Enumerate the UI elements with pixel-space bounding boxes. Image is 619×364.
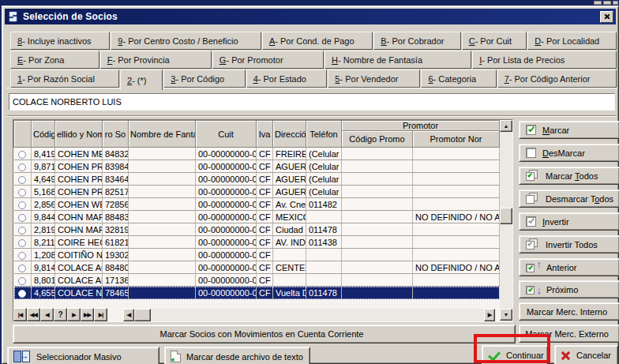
tab-r1-3[interactable]: A - Por Cond. de Pago <box>262 32 373 50</box>
scroll-left-icon[interactable]: ◀ <box>123 309 134 321</box>
horizontal-scroll-track[interactable] <box>151 309 484 321</box>
column-header-nro[interactable]: ro So <box>103 121 129 148</box>
table-row[interactable]: 8,801COLACE AN1713600-00000000-0CF <box>14 274 500 287</box>
table-row[interactable]: 1,208COITIÑO NI1930200-00000000-0CF <box>14 249 500 261</box>
desmarcar-todos-button[interactable]: Desmarcar Todos <box>519 190 619 208</box>
marcar-merc-interno-button[interactable]: Marcar Merc. Interno <box>519 302 619 321</box>
vertical-scroll-thumb[interactable] <box>500 208 512 224</box>
tab-r1-6[interactable]: D - Por Localidad <box>527 32 617 50</box>
grey-check-icon <box>526 216 536 227</box>
row-select-radio[interactable] <box>18 252 26 260</box>
grey-check-stack-icon <box>526 238 539 250</box>
row-select-radio[interactable] <box>18 176 26 184</box>
table-row[interactable]: 8,211COIRE HEC6182100-00000000-0CFAV. IN… <box>14 236 500 249</box>
anterior-button[interactable]: ↑Anterior <box>519 258 619 276</box>
column-header-iva[interactable]: Iva <box>257 121 273 148</box>
scroll-right-icon[interactable]: ▶ <box>484 309 495 321</box>
close-icon <box>604 13 610 20</box>
marcar-button[interactable]: Marcar <box>519 121 619 139</box>
column-header-fan[interactable]: Nombre de Fantas <box>129 121 196 148</box>
marcar-todos-button[interactable]: Marcar Todos <box>519 167 619 185</box>
cancelar-button[interactable]: Cancelar <box>554 345 618 364</box>
row-select-radio[interactable] <box>18 201 26 209</box>
column-header-cuit[interactable]: Cuit <box>196 121 257 148</box>
row-select-radio[interactable] <box>18 214 26 222</box>
column-header-codigo[interactable]: Códig <box>32 121 55 148</box>
marcar-desde-archivo-button[interactable]: ◄ Marcar desde archivo de texto <box>164 347 310 364</box>
table-row[interactable]: 8,419COHEN ME8483200-00000000-0CFFREIRE(… <box>14 148 500 160</box>
nav-next-page-button[interactable]: ▶▶ <box>81 308 94 321</box>
table-row[interactable]: 9,844COHN MAR8848300-00000000-0CFMEXICON… <box>14 211 500 223</box>
row-select-radio[interactable] <box>18 163 26 171</box>
row-select-radio[interactable] <box>18 151 26 159</box>
tab-r3-7[interactable]: 7 - Por Código Anterior <box>497 69 617 88</box>
nav-first-button[interactable]: |◀ <box>13 308 27 321</box>
search-input[interactable] <box>9 93 615 111</box>
row-select-radio[interactable] <box>18 189 26 197</box>
table-row[interactable]: 4,655COLACE NO7846500-00000000-0CFVuelta… <box>14 287 500 299</box>
wide-button-label: Marcar Socios con Movimientos en Cuenta … <box>159 329 363 339</box>
tab-r3-3[interactable]: 3 - Por Código <box>163 69 245 88</box>
button-label: Invertir Todos <box>546 240 598 250</box>
column-header-tel[interactable]: Teléfon <box>306 121 342 148</box>
table-row[interactable]: 2,819COHN MAR3281900-00000000-0CFCiudad0… <box>14 223 500 236</box>
button-label: DesMarcar <box>542 148 585 158</box>
table-row[interactable]: 4,649COHEN PR8346400-00000000-0CFAGUER(C… <box>14 173 500 186</box>
row-select-radio[interactable] <box>18 277 26 285</box>
column-header-codigo-promo[interactable]: Código Promo <box>342 131 413 148</box>
horizontal-scroll-thumb[interactable] <box>134 309 151 321</box>
table-row[interactable]: 9,871COHEN PR8398400-00000000-0CFAGUER(C… <box>14 160 500 173</box>
table-row[interactable]: 9,814COLACE AG8848000-00000000-0CFCENTEN… <box>14 261 500 274</box>
nav-prior-button[interactable]: ◀ <box>40 308 54 321</box>
dialog-titlebar[interactable]: Selección de Socios <box>5 9 616 24</box>
grid-vertical-scrollbar[interactable]: ▲ ▼ <box>500 120 512 321</box>
scroll-down-icon[interactable]: ▼ <box>500 309 512 321</box>
background-window-titlebar <box>0 0 619 6</box>
row-select-radio[interactable] <box>18 265 26 272</box>
column-group-header-promotor: Promotor <box>342 121 500 131</box>
scroll-up-icon[interactable]: ▲ <box>500 120 512 132</box>
nav-next-button[interactable]: ▶ <box>67 308 81 321</box>
tab-r1-5[interactable]: C - Por Cuit <box>462 32 527 50</box>
marcar-socios-cuenta-corriente-button[interactable]: Marcar Socios con Movimientos en Cuenta … <box>13 325 516 343</box>
tab-r3-5[interactable]: 5 - Por Vendedor <box>328 69 420 88</box>
marcar-desde-archivo-label: Marcar desde archivo de texto <box>186 352 303 362</box>
tab-r2-5[interactable]: I - Por Lista de Precios <box>472 51 617 69</box>
row-select-radio[interactable] <box>18 290 26 298</box>
tab-r2-2[interactable]: F - Por Provincia <box>100 51 212 69</box>
tab-r2-4[interactable]: H - Nombre de Fantasía <box>325 51 471 69</box>
tab-r1-2[interactable]: 9 - Por Centro Costo / Beneficio <box>111 32 261 50</box>
tab-r3-4[interactable]: 4 - Por Estado <box>246 69 328 88</box>
nav-prior-page-button[interactable]: ◀◀ <box>27 308 40 321</box>
tab-r3-6[interactable]: 6 - Categoria <box>421 69 496 88</box>
seleccionador-masivo-button[interactable]: → Seleccionador Masivo <box>7 347 159 364</box>
table-row[interactable]: 5,168COHEN PR8251700-00000000-0CFAGUER(C… <box>14 186 500 198</box>
proximo-button[interactable]: ↓Próximo <box>519 280 619 298</box>
tab-r3-2[interactable]: 2 - (*) <box>120 69 163 90</box>
nav-help-button[interactable]: ? <box>54 308 67 321</box>
tab-r2-3[interactable]: G - Por Promotor <box>212 51 324 69</box>
nav-last-button[interactable]: ▶| <box>94 308 107 321</box>
column-header-promotor-nombre[interactable]: Promotor Nor <box>413 131 500 148</box>
empty-box-icon <box>526 148 536 158</box>
invertir-todos-button[interactable]: Invertir Todos <box>519 235 619 253</box>
button-label: Desmarcar Todos <box>546 194 613 204</box>
invertir-button[interactable]: Invertir <box>519 212 619 231</box>
tab-r2-1[interactable]: E - Por Zona <box>10 51 99 69</box>
table-row[interactable]: 2,856COHEN WE7285600-00000000-0CFAv. Cne… <box>14 198 500 211</box>
tab-row-1: 8 - Incluye inactivos9 - Por Centro Cost… <box>10 32 617 50</box>
close-button[interactable] <box>600 11 613 23</box>
row-select-radio[interactable] <box>18 239 26 247</box>
tab-r1-4[interactable]: B - Por Cobrador <box>373 32 460 50</box>
desmarcar-button[interactable]: DesMarcar <box>519 144 619 162</box>
column-header-select[interactable] <box>14 121 32 148</box>
tab-r3-1[interactable]: 1 - Por Razón Social <box>10 69 119 88</box>
background-maximize-icon <box>603 1 611 5</box>
annotation-highlight-box <box>474 334 550 363</box>
column-header-ape[interactable]: ellido y Nom <box>55 121 103 148</box>
red-x-icon <box>561 351 571 361</box>
socios-grid[interactable]: Códigellido y Nomro SoNombre de FantasCu… <box>13 119 513 322</box>
row-select-radio[interactable] <box>18 227 26 235</box>
column-header-dir[interactable]: Direcció <box>273 121 306 148</box>
tab-r1-1[interactable]: 8 - Incluye inactivos <box>10 32 110 50</box>
